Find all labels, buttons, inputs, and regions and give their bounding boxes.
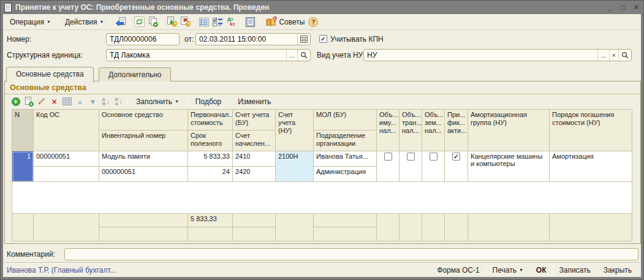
actions-menu-button[interactable]: Действия ▼ bbox=[61, 16, 108, 28]
magnifier-icon[interactable] bbox=[618, 50, 631, 61]
cell-kod-os-2[interactable] bbox=[34, 167, 99, 182]
toolbar-separator bbox=[127, 97, 128, 107]
tips-button[interactable]: ? Советы bbox=[262, 17, 308, 27]
cell-ob-zemelny-checkbox[interactable] bbox=[422, 151, 445, 182]
tab-osnovnye-sredstva[interactable]: Основные средства bbox=[6, 67, 94, 82]
edit-row-button[interactable] bbox=[36, 96, 47, 107]
cell-inventarny-nomer[interactable]: 000000051 bbox=[99, 167, 188, 182]
number-field[interactable] bbox=[106, 33, 180, 45]
arrow-up-icon: ▲ bbox=[77, 98, 83, 105]
document-icon bbox=[4, 3, 12, 12]
cell-poryadok-pogasheniya[interactable]: Амортизация bbox=[550, 151, 632, 182]
structural-unit-field[interactable]: ... bbox=[106, 49, 311, 61]
close-button[interactable]: × bbox=[634, 2, 638, 13]
ellipsis-button[interactable]: ... bbox=[286, 50, 297, 61]
table-total-row: 5 833,33 bbox=[12, 214, 632, 227]
footer-cell-kod-os bbox=[34, 214, 99, 241]
ok-button[interactable]: ОК bbox=[531, 265, 552, 276]
close-window-button[interactable]: Закрыть bbox=[598, 265, 637, 276]
cell-osnovnoe-sredstvo[interactable]: Модуль памяти bbox=[99, 151, 188, 167]
magnifier-icon[interactable] bbox=[297, 50, 310, 61]
reread-document-icon[interactable] bbox=[114, 16, 126, 28]
footer-cell-srok bbox=[188, 227, 233, 241]
move-down-button[interactable]: ▼ bbox=[87, 96, 99, 107]
copy-document-icon[interactable] bbox=[146, 16, 159, 28]
forma-os1-button[interactable]: Форма ОС-1 bbox=[431, 265, 485, 276]
izmenit-button[interactable]: Изменить bbox=[232, 96, 276, 107]
operation-menu-button[interactable]: Операция ▼ bbox=[6, 16, 55, 28]
clear-icon[interactable]: × bbox=[609, 50, 618, 61]
toolbar-separator bbox=[229, 97, 230, 107]
date-field[interactable] bbox=[195, 33, 311, 45]
cell-pervonach-stoimost[interactable]: 5 833,33 bbox=[188, 151, 233, 167]
sort-ascending-button[interactable]: АЯ↓ bbox=[100, 96, 112, 107]
print-button[interactable]: Печать ▼ bbox=[487, 265, 529, 276]
dt-kt-postings-icon[interactable]: ДтКт bbox=[225, 16, 237, 28]
save-button[interactable]: Записать bbox=[554, 265, 596, 276]
nu-kind-input[interactable] bbox=[364, 50, 597, 61]
sort-descending-button[interactable]: ЯА↓ bbox=[113, 96, 124, 107]
actions-menu-label: Действия bbox=[65, 18, 97, 26]
cell-amort-gruppa[interactable]: Канцелярские машины и компьютеры bbox=[468, 151, 550, 182]
cell-kod-os[interactable]: 000000051 bbox=[34, 151, 99, 167]
document-structure-icon[interactable] bbox=[198, 16, 210, 28]
tab-dopolnitelno[interactable]: Дополнительно bbox=[99, 67, 171, 81]
date-input[interactable] bbox=[196, 34, 297, 45]
cell-srok-poleznogo[interactable]: 24 bbox=[188, 167, 233, 182]
comment-field[interactable] bbox=[64, 248, 638, 260]
number-input[interactable] bbox=[107, 34, 179, 45]
move-up-button[interactable]: ▲ bbox=[74, 96, 86, 107]
document-movements-out-icon[interactable] bbox=[179, 16, 191, 28]
cell-priznak-fiks-checkbox[interactable]: ✓ bbox=[445, 151, 468, 182]
checkmark-icon: ✓ bbox=[453, 153, 458, 160]
tab-strip: Основные средства Дополнительно bbox=[6, 67, 174, 81]
footer-cell-schet-nachisleniya bbox=[233, 227, 276, 241]
kpn-checkbox[interactable]: ✓ bbox=[319, 35, 327, 43]
checkbox-unchecked[interactable] bbox=[430, 153, 438, 161]
nu-kind-field[interactable]: ... × bbox=[363, 49, 632, 61]
help-button[interactable]: ? bbox=[308, 17, 318, 27]
col-header-osnovnoe-sredstvo: Основное средство bbox=[99, 110, 188, 131]
checkbox-unchecked[interactable] bbox=[407, 153, 415, 161]
form-row-number: Номер: от: ✓ Учитывать КПН bbox=[3, 33, 641, 47]
cell-schet-nachisleniya[interactable]: 2420 bbox=[233, 167, 276, 182]
add-row-button[interactable]: + bbox=[10, 96, 21, 107]
set-marks-icon[interactable] bbox=[211, 16, 224, 28]
button-separator bbox=[553, 266, 553, 274]
end-edit-button[interactable] bbox=[61, 96, 73, 107]
cell-podrazdelenie[interactable]: Администрация bbox=[314, 167, 377, 182]
structural-unit-input[interactable] bbox=[107, 50, 286, 61]
post-document-icon[interactable] bbox=[133, 16, 145, 28]
checkmark-icon: ✓ bbox=[320, 36, 325, 42]
checkbox-unchecked[interactable] bbox=[384, 153, 392, 161]
footer-cell-pri-fik bbox=[445, 214, 468, 241]
delete-row-button[interactable]: × bbox=[48, 96, 60, 107]
table-empty-area[interactable] bbox=[12, 182, 632, 214]
col-header-ob-zemelny-nalog: Объ... зем... нал... bbox=[422, 110, 445, 151]
sort-arrow-icon: ↓ bbox=[119, 99, 123, 104]
copy-row-button[interactable] bbox=[23, 96, 34, 107]
col-header-schet-bu: Счет учета (БУ) bbox=[233, 110, 276, 131]
document-movements-in-icon[interactable] bbox=[165, 16, 178, 28]
button-separator bbox=[486, 266, 487, 274]
tab-panel: Основные средства + × ▲ ▼ АЯ↓ bbox=[4, 81, 641, 244]
minimize-button[interactable]: _ bbox=[608, 2, 612, 13]
report-icon[interactable] bbox=[244, 16, 256, 28]
cell-schet-nu[interactable]: 2100Н bbox=[276, 151, 314, 182]
col-header-mol-bu: МОЛ (БУ) bbox=[314, 110, 377, 131]
cell-ob-imushestvo-checkbox[interactable] bbox=[377, 151, 400, 182]
checkbox-checked[interactable]: ✓ bbox=[452, 153, 460, 161]
cell-ob-transport-checkbox[interactable] bbox=[400, 151, 422, 182]
row-number-cell[interactable]: 1 bbox=[12, 151, 34, 182]
chevron-down-icon: ▼ bbox=[47, 20, 51, 24]
assets-table: N Код ОС Основное средство Первоначал...… bbox=[12, 109, 632, 241]
fill-button[interactable]: Заполнить ▼ bbox=[131, 96, 184, 107]
cell-mol-bu[interactable]: Иванова Татья... bbox=[314, 151, 377, 167]
podbor-button[interactable]: Подбор bbox=[190, 96, 227, 107]
cell-schet-bu[interactable]: 2410 bbox=[233, 151, 276, 167]
col-header-ob-imushestvo-nalog: Объ... иму... нал... bbox=[377, 110, 400, 151]
maximize-button[interactable]: □ bbox=[621, 2, 625, 13]
comment-input[interactable] bbox=[65, 249, 638, 260]
ellipsis-button[interactable]: ... bbox=[597, 50, 608, 61]
calendar-icon[interactable] bbox=[297, 34, 310, 45]
